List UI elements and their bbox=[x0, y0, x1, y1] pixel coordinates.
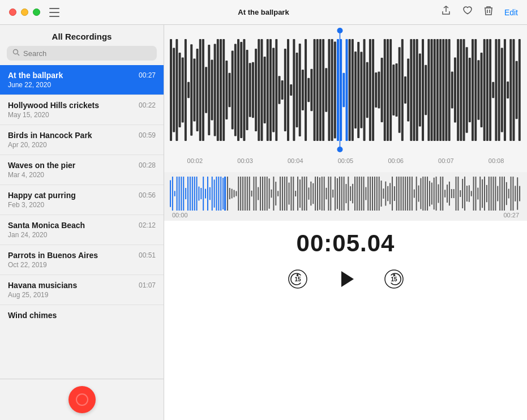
svg-rect-44 bbox=[293, 39, 295, 141]
svg-rect-190 bbox=[312, 183, 314, 204]
record-button[interactable] bbox=[68, 386, 96, 413]
svg-rect-115 bbox=[501, 48, 503, 132]
svg-rect-223 bbox=[385, 181, 386, 205]
svg-rect-108 bbox=[481, 53, 483, 127]
svg-rect-85 bbox=[413, 39, 415, 141]
list-item[interactable]: Waves on the pier 00:28 Mar 4, 2020 bbox=[0, 155, 164, 185]
svg-rect-168 bbox=[264, 177, 265, 211]
maximize-button[interactable] bbox=[33, 8, 40, 16]
sidebar-toggle-button[interactable] bbox=[49, 8, 61, 17]
svg-rect-283 bbox=[517, 177, 518, 210]
svg-rect-233 bbox=[407, 177, 408, 211]
svg-rect-281 bbox=[512, 177, 513, 211]
list-item[interactable]: Happy cat purring 00:56 Feb 3, 2020 bbox=[0, 185, 164, 215]
svg-rect-264 bbox=[475, 177, 476, 211]
svg-rect-235 bbox=[412, 177, 413, 211]
recording-name: Waves on the pier bbox=[8, 161, 75, 170]
svg-rect-10 bbox=[193, 59, 195, 122]
list-item[interactable]: Wind chimes bbox=[0, 305, 164, 327]
list-item[interactable]: Santa Monica Beach 02:12 Jan 24, 2020 bbox=[0, 215, 164, 245]
skip-forward-button[interactable]: 15 bbox=[383, 268, 405, 290]
recording-name: Parrots in Buenos Aires bbox=[8, 251, 98, 260]
svg-rect-110 bbox=[486, 39, 489, 141]
svg-rect-24 bbox=[234, 44, 237, 136]
svg-rect-152 bbox=[229, 188, 230, 199]
svg-rect-141 bbox=[205, 189, 206, 199]
svg-rect-195 bbox=[324, 177, 325, 211]
recording-name: Hollywood Hills crickets bbox=[8, 101, 99, 110]
svg-rect-66 bbox=[357, 42, 359, 138]
svg-rect-257 bbox=[460, 190, 461, 197]
svg-rect-82 bbox=[404, 76, 406, 104]
recording-name: Santa Monica Beach bbox=[8, 221, 85, 230]
skip-back-button[interactable]: 15 bbox=[287, 268, 309, 290]
svg-rect-72 bbox=[375, 72, 377, 108]
timescale-label: 00:03 bbox=[237, 157, 253, 164]
svg-rect-239 bbox=[420, 178, 421, 209]
svg-rect-215 bbox=[367, 177, 369, 211]
svg-rect-249 bbox=[442, 177, 443, 211]
svg-rect-51 bbox=[314, 39, 316, 141]
list-item[interactable]: Birds in Hancock Park 00:59 Apr 20, 2020 bbox=[0, 125, 164, 155]
svg-rect-130 bbox=[181, 177, 182, 211]
svg-rect-145 bbox=[214, 179, 215, 207]
list-item[interactable]: Havana musicians 01:07 Aug 25, 2019 bbox=[0, 275, 164, 305]
svg-rect-159 bbox=[245, 177, 246, 211]
svg-rect-54 bbox=[322, 39, 324, 141]
svg-rect-188 bbox=[309, 187, 310, 200]
svg-rect-113 bbox=[495, 39, 497, 141]
svg-rect-224 bbox=[387, 186, 388, 201]
edit-button[interactable]: Edit bbox=[504, 8, 518, 17]
svg-rect-229 bbox=[399, 177, 400, 211]
svg-rect-53 bbox=[319, 39, 322, 141]
trash-icon[interactable] bbox=[484, 6, 493, 19]
favorite-icon[interactable] bbox=[462, 6, 473, 19]
svg-rect-185 bbox=[302, 177, 303, 211]
svg-rect-34 bbox=[264, 57, 266, 123]
svg-rect-91 bbox=[431, 39, 433, 141]
svg-rect-142 bbox=[207, 177, 208, 211]
svg-rect-153 bbox=[232, 188, 233, 198]
svg-rect-204 bbox=[344, 177, 345, 211]
svg-point-124 bbox=[337, 147, 342, 152]
svg-rect-192 bbox=[317, 177, 318, 211]
svg-rect-260 bbox=[466, 186, 468, 202]
svg-rect-280 bbox=[511, 177, 512, 211]
list-item[interactable]: Parrots in Buenos Aires 00:51 Oct 22, 20… bbox=[0, 245, 164, 275]
play-button[interactable] bbox=[336, 269, 356, 289]
svg-rect-234 bbox=[409, 177, 410, 211]
close-button[interactable] bbox=[9, 8, 16, 16]
svg-rect-172 bbox=[273, 177, 274, 211]
search-input[interactable] bbox=[23, 49, 151, 58]
recording-date: Jan 24, 2020 bbox=[8, 231, 156, 239]
svg-rect-99 bbox=[454, 57, 456, 122]
svg-rect-128 bbox=[177, 177, 178, 211]
svg-rect-209 bbox=[354, 177, 355, 211]
svg-rect-269 bbox=[486, 185, 487, 202]
svg-rect-222 bbox=[383, 188, 384, 199]
svg-rect-100 bbox=[457, 39, 459, 141]
list-item[interactable]: At the ballpark 00:27 June 22, 2020 bbox=[0, 65, 164, 95]
recording-date: Aug 25, 2019 bbox=[8, 291, 156, 299]
svg-rect-112 bbox=[492, 82, 494, 98]
svg-rect-43 bbox=[290, 84, 292, 96]
recording-date: Oct 22, 2019 bbox=[8, 261, 156, 269]
svg-rect-68 bbox=[363, 39, 366, 141]
share-icon[interactable] bbox=[441, 6, 451, 19]
main-content: All Recordings At the ballpark 00:27 Jun… bbox=[0, 25, 527, 420]
svg-rect-262 bbox=[471, 191, 472, 196]
svg-rect-92 bbox=[434, 39, 436, 141]
svg-rect-126 bbox=[172, 177, 173, 211]
recording-date: Apr 20, 2020 bbox=[8, 141, 156, 149]
svg-rect-203 bbox=[341, 177, 342, 211]
svg-rect-127 bbox=[174, 191, 175, 196]
svg-rect-200 bbox=[335, 177, 336, 211]
svg-rect-26 bbox=[240, 42, 242, 138]
search-bar[interactable] bbox=[7, 46, 157, 61]
svg-rect-25 bbox=[237, 39, 239, 141]
svg-point-0 bbox=[14, 50, 18, 54]
mini-time-end: 00:27 bbox=[503, 212, 519, 218]
svg-rect-70 bbox=[369, 39, 371, 141]
list-item[interactable]: Hollywood Hills crickets 00:22 May 15, 2… bbox=[0, 95, 164, 125]
minimize-button[interactable] bbox=[21, 8, 28, 16]
